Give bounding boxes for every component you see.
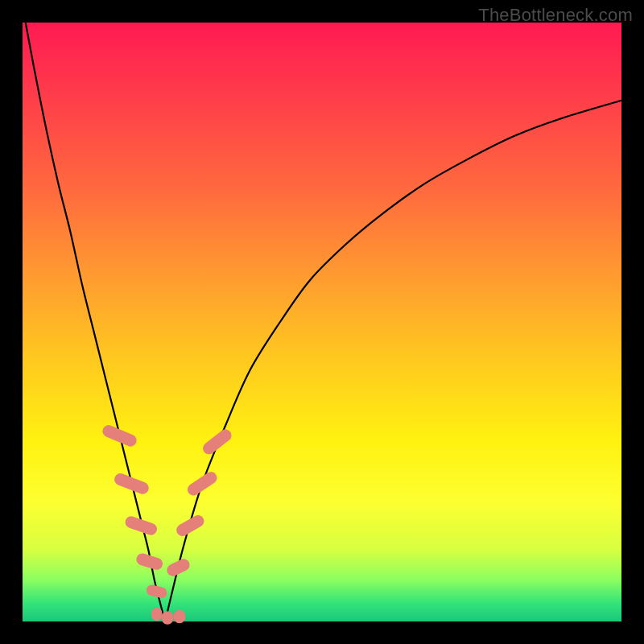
highlight-marker	[200, 427, 233, 456]
highlight-marker	[185, 469, 219, 497]
watermark-text: TheBottleneck.com	[478, 5, 633, 26]
highlight-marker	[162, 611, 174, 624]
curve-right-branch	[165, 101, 621, 621]
highlight-marker	[174, 513, 206, 538]
chart-frame: TheBottleneck.com	[0, 0, 644, 644]
highlight-marker	[145, 584, 168, 599]
highlight-marker	[173, 610, 185, 623]
plot-area	[23, 23, 621, 621]
chart-svg	[23, 23, 621, 621]
highlight-marker	[165, 557, 192, 578]
highlight-marker	[113, 472, 151, 496]
curve-group	[26, 23, 621, 621]
highlight-marker	[151, 608, 162, 621]
highlight-marker	[101, 423, 138, 448]
